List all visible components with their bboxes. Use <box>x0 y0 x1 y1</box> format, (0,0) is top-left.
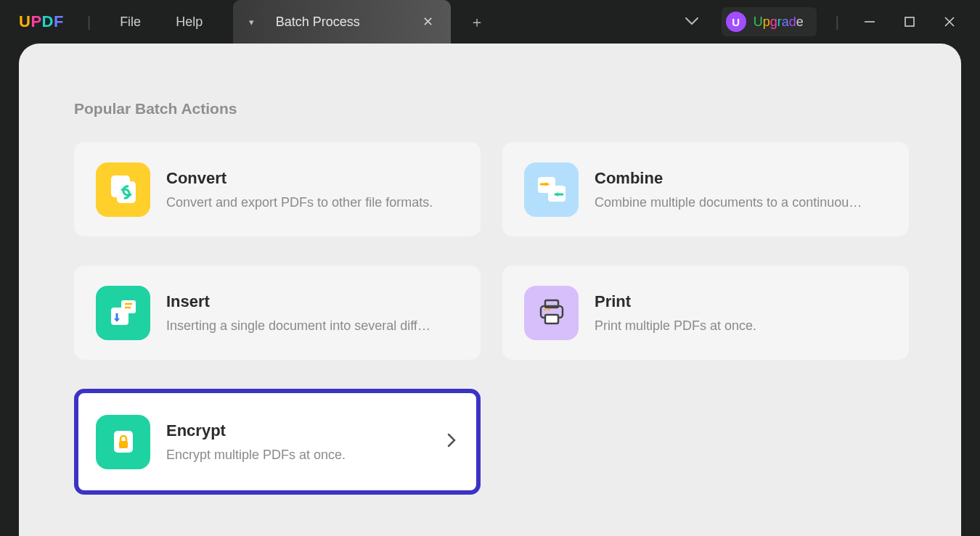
card-title: Convert <box>166 169 459 188</box>
svg-rect-16 <box>119 441 128 448</box>
card-title: Insert <box>166 292 459 311</box>
avatar: U <box>726 12 746 32</box>
divider: | <box>836 14 839 30</box>
minimize-icon[interactable] <box>864 16 875 28</box>
divider: | <box>87 14 91 30</box>
combine-icon <box>524 162 579 217</box>
card-encrypt[interactable]: Encrypt Encrypt multiple PDFs at once. <box>74 389 481 495</box>
upgrade-label: Upgrade <box>754 15 804 30</box>
window-controls <box>864 16 955 28</box>
card-convert[interactable]: Convert Convert and export PDFs to other… <box>74 142 481 236</box>
convert-icon <box>96 162 150 217</box>
card-insert[interactable]: Insert Inserting a single document into … <box>74 265 481 360</box>
card-print[interactable]: Print Print multiple PDFs at once. <box>502 265 909 360</box>
upgrade-button[interactable]: U Upgrade <box>722 7 817 36</box>
section-title: Popular Batch Actions <box>74 100 909 117</box>
card-combine[interactable]: Combine Combine multiple documents to a … <box>502 142 909 236</box>
app-logo: UPDF <box>19 12 64 31</box>
new-tab-button[interactable]: ＋ <box>470 12 484 32</box>
tab-dropdown-icon[interactable]: ▾ <box>249 17 254 28</box>
svg-rect-1 <box>905 17 914 26</box>
svg-rect-3 <box>117 181 136 203</box>
card-title: Print <box>595 292 887 311</box>
maximize-icon[interactable] <box>905 17 915 27</box>
menu-help[interactable]: Help <box>176 15 203 30</box>
print-icon <box>524 286 579 340</box>
close-tab-icon[interactable]: ✕ <box>422 14 433 30</box>
menu-file[interactable]: File <box>120 15 141 30</box>
card-desc: Inserting a single document into several… <box>166 318 435 334</box>
card-title: Encrypt <box>166 421 431 440</box>
tab-title: Batch Process <box>250 15 385 30</box>
encrypt-icon <box>96 415 150 469</box>
card-desc: Convert and export PDFs to other file fo… <box>166 195 435 210</box>
insert-icon <box>96 286 150 340</box>
main-panel: Popular Batch Actions Convert Co <box>19 44 961 536</box>
tab-batch-process[interactable]: ▾ Batch Process ✕ <box>233 0 451 44</box>
svg-point-13 <box>544 308 546 310</box>
card-desc: Combine multiple documents to a continuo… <box>595 195 863 210</box>
chevron-right-icon <box>447 433 456 451</box>
card-desc: Print multiple PDFs at once. <box>595 318 863 334</box>
svg-rect-12 <box>545 315 558 323</box>
batch-actions-grid: Convert Convert and export PDFs to other… <box>74 142 909 495</box>
svg-point-14 <box>547 308 550 310</box>
tabs-overflow-icon[interactable] <box>685 15 698 30</box>
titlebar: UPDF | File Help ▾ Batch Process ✕ ＋ U U… <box>0 0 980 44</box>
close-icon[interactable] <box>944 16 955 28</box>
card-desc: Encrypt multiple PDFs at once. <box>166 448 431 463</box>
card-title: Combine <box>595 169 887 188</box>
